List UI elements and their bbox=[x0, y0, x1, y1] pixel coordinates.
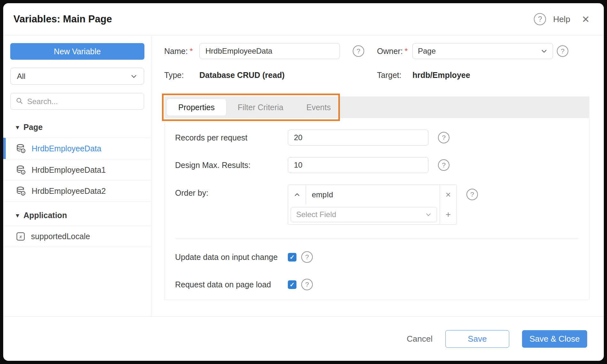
tab-properties[interactable]: Properties bbox=[167, 99, 226, 116]
variable-icon: x bbox=[16, 232, 25, 241]
update-on-input-help-icon[interactable]: ? bbox=[301, 251, 313, 263]
records-per-request-label: Records per request bbox=[175, 133, 288, 142]
sidebar-item-supportedlocale[interactable]: x supportedLocale bbox=[3, 226, 151, 247]
variable-filter-value: All bbox=[17, 72, 26, 81]
help-icon[interactable]: ? bbox=[534, 13, 546, 25]
design-max-results-label: Design Max. Results: bbox=[175, 161, 288, 170]
variable-name: supportedLocale bbox=[31, 232, 90, 241]
sidebar-item-hrdbemployeedata[interactable]: x HrdbEmployeeData bbox=[3, 138, 151, 159]
chevron-down-icon bbox=[541, 48, 548, 55]
header-actions: ? Help ✕ bbox=[534, 13, 590, 25]
variables-sidebar: New Variable All ▾ Page bbox=[3, 35, 151, 316]
request-on-load-checkbox[interactable]: ✓ bbox=[288, 280, 296, 289]
close-icon[interactable]: ✕ bbox=[582, 14, 590, 25]
design-max-results-input[interactable] bbox=[288, 157, 428, 173]
sidebar-section-application[interactable]: ▾ Application bbox=[3, 211, 151, 226]
name-help-icon[interactable]: ? bbox=[353, 45, 364, 57]
section-label: Application bbox=[24, 211, 67, 220]
search-icon bbox=[16, 97, 23, 106]
chevron-down-icon bbox=[425, 211, 432, 218]
variable-detail-panel: Name:* ? Owner:* Page ? Type: Database C… bbox=[151, 35, 604, 316]
request-on-load-label: Request data on page load bbox=[175, 280, 288, 289]
request-on-load-row: Request data on page load ✓ ? bbox=[175, 279, 579, 290]
select-field-placeholder: Select Field bbox=[296, 210, 336, 219]
variable-name: HrdbEmployeeData1 bbox=[32, 165, 106, 175]
variable-name: HrdbEmployeeData2 bbox=[32, 186, 106, 196]
variable-filter-select[interactable]: All bbox=[10, 68, 144, 85]
target-value: hrdb/Employee bbox=[412, 71, 553, 80]
select-field-dropdown[interactable]: Select Field bbox=[291, 207, 437, 222]
properties-panel: Records per request ? Design Max. Result… bbox=[164, 118, 589, 300]
owner-help-icon[interactable]: ? bbox=[557, 45, 568, 57]
cancel-button[interactable]: Cancel bbox=[407, 334, 433, 344]
svg-text:x: x bbox=[19, 234, 22, 239]
save-and-close-button[interactable]: Save & Close bbox=[522, 330, 587, 348]
variable-name: HrdbEmployeeData bbox=[32, 144, 101, 153]
update-on-input-row: Update data on input change ✓ ? bbox=[175, 251, 579, 263]
tab-events[interactable]: Events bbox=[295, 99, 342, 116]
max-results-help-icon[interactable]: ? bbox=[438, 159, 449, 171]
required-asterisk: * bbox=[190, 47, 193, 56]
type-label: Type: bbox=[164, 71, 199, 80]
caret-down-icon: ▾ bbox=[16, 212, 19, 219]
dialog-title: Variables: Main Page bbox=[13, 13, 112, 25]
order-by-field-value: empId bbox=[306, 190, 333, 199]
sidebar-item-hrdbemployeedata1[interactable]: x HrdbEmployeeData1 bbox=[3, 159, 151, 180]
request-on-load-help-icon[interactable]: ? bbox=[301, 279, 313, 290]
order-by-widget: empId Select Field bbox=[288, 185, 457, 225]
database-icon: x bbox=[16, 165, 26, 175]
order-by-label: Order by: bbox=[175, 188, 288, 198]
section-label: Page bbox=[24, 123, 43, 132]
new-variable-button[interactable]: New Variable bbox=[10, 43, 144, 60]
order-by-add-row: Select Field bbox=[288, 205, 440, 224]
variable-meta-form: Name:* ? Owner:* Page ? Type: Database C… bbox=[164, 43, 589, 80]
variable-search bbox=[10, 93, 144, 110]
update-on-input-checkbox[interactable]: ✓ bbox=[288, 253, 296, 262]
target-label: Target: bbox=[377, 71, 412, 80]
dialog-footer: Cancel Save Save & Close bbox=[3, 316, 604, 361]
search-input[interactable] bbox=[27, 97, 139, 106]
section-divider bbox=[175, 238, 579, 239]
update-on-input-label: Update data on input change bbox=[175, 253, 288, 262]
records-help-icon[interactable]: ? bbox=[438, 132, 449, 143]
order-by-field-row: empId bbox=[288, 185, 440, 205]
design-max-results-row: Design Max. Results: ? bbox=[175, 157, 579, 173]
owner-label: Owner:* bbox=[377, 47, 412, 56]
help-link[interactable]: Help bbox=[553, 14, 570, 24]
chevron-down-icon bbox=[130, 73, 137, 80]
tabs-region: Properties Filter Criteria Events bbox=[164, 96, 589, 118]
sort-ascending-icon[interactable] bbox=[288, 185, 306, 205]
order-by-row: Order by: empId Select Fiel bbox=[175, 185, 579, 225]
add-sort-icon[interactable]: + bbox=[440, 205, 457, 224]
name-input[interactable] bbox=[199, 43, 340, 59]
sidebar-item-hrdbemployeedata2[interactable]: x HrdbEmployeeData2 bbox=[3, 180, 151, 202]
order-by-help-icon[interactable]: ? bbox=[466, 189, 478, 200]
variables-dialog: Variables: Main Page ? Help ✕ New Variab… bbox=[3, 3, 604, 361]
owner-value: Page bbox=[418, 47, 436, 56]
dialog-body: New Variable All ▾ Page bbox=[3, 35, 604, 316]
type-value: Database CRUD (read) bbox=[199, 71, 340, 80]
save-button[interactable]: Save bbox=[445, 330, 509, 348]
records-per-request-row: Records per request ? bbox=[175, 130, 579, 146]
dialog-header: Variables: Main Page ? Help ✕ bbox=[3, 3, 604, 35]
order-by-actions: × + bbox=[440, 185, 457, 224]
database-icon: x bbox=[16, 144, 26, 154]
records-per-request-input[interactable] bbox=[288, 130, 428, 146]
sidebar-section-page[interactable]: ▾ Page bbox=[3, 123, 151, 138]
tab-bar: Properties Filter Criteria Events bbox=[164, 96, 589, 118]
owner-select[interactable]: Page bbox=[412, 43, 553, 59]
name-label: Name:* bbox=[164, 47, 199, 56]
remove-sort-icon[interactable]: × bbox=[440, 185, 457, 205]
caret-down-icon: ▾ bbox=[16, 124, 19, 131]
required-asterisk: * bbox=[405, 47, 408, 56]
database-icon: x bbox=[16, 186, 26, 196]
tab-filter-criteria[interactable]: Filter Criteria bbox=[226, 99, 295, 116]
